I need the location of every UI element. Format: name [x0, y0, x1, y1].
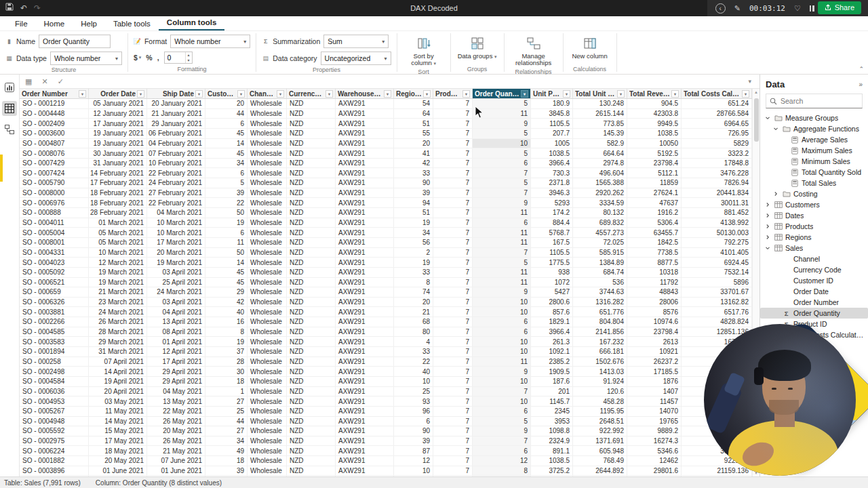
- cell[interactable]: 1384.89: [573, 258, 627, 267]
- cell[interactable]: 4138.992: [682, 218, 752, 228]
- cell[interactable]: Wholesale: [248, 307, 287, 317]
- cell[interactable]: SO - 0002498: [20, 367, 89, 376]
- cell[interactable]: 7: [433, 377, 473, 386]
- table-row[interactable]: SO - 000494814 May 202126 May 202144Whol…: [20, 417, 752, 427]
- cell[interactable]: SO - 0004807: [20, 139, 89, 148]
- collapse-pane-icon[interactable]: »: [859, 81, 863, 88]
- cell[interactable]: 7: [433, 168, 473, 178]
- cell[interactable]: SO - 0003583: [20, 337, 89, 346]
- cell[interactable]: 19765: [627, 417, 682, 426]
- cell[interactable]: AXW291: [336, 357, 394, 367]
- cell[interactable]: AXW291: [336, 396, 394, 406]
- cell[interactable]: 5306.4: [627, 218, 682, 228]
- cell[interactable]: Wholesale: [248, 446, 287, 455]
- cell[interactable]: 14 April 2021: [89, 367, 147, 376]
- cell[interactable]: 45: [205, 278, 248, 287]
- report-view-button[interactable]: [2, 80, 17, 95]
- cell[interactable]: 13162.82: [682, 298, 752, 307]
- cell[interactable]: 5427: [531, 287, 573, 297]
- cell[interactable]: 730.3: [531, 168, 573, 178]
- cell[interactable]: SO - 0004448: [20, 109, 89, 119]
- field-search[interactable]: [766, 94, 863, 108]
- cell[interactable]: Wholesale: [248, 347, 287, 357]
- cell[interactable]: SO - 0008076: [20, 148, 89, 158]
- column-header-currency-code[interactable]: Currency Code▾: [287, 89, 336, 98]
- tab-table-tools[interactable]: Table tools: [105, 18, 159, 30]
- cell[interactable]: 2974.8: [573, 159, 627, 168]
- cell[interactable]: 7: [433, 178, 473, 188]
- cell[interactable]: 7: [433, 218, 473, 228]
- cell[interactable]: 50: [205, 208, 248, 218]
- cell[interactable]: 7: [433, 287, 473, 297]
- table-row[interactable]: SO - 000800105 March 202117 March 202111…: [20, 238, 752, 248]
- cell[interactable]: 7: [433, 129, 473, 138]
- cell[interactable]: 6: [473, 218, 531, 228]
- cell[interactable]: 2141.856: [573, 327, 627, 337]
- cell[interactable]: 90: [394, 426, 433, 436]
- cell[interactable]: 6: [205, 168, 248, 178]
- sort-by-column-button[interactable]: Sort by column ▾: [403, 35, 445, 67]
- cell[interactable]: 12 March 2021: [89, 258, 147, 267]
- cell[interactable]: 1105.5: [531, 119, 573, 128]
- cell[interactable]: 14070: [627, 407, 682, 416]
- cell[interactable]: Wholesale: [248, 218, 287, 228]
- collapse-ribbon-icon[interactable]: ⌃: [859, 66, 864, 73]
- cell[interactable]: 7: [433, 417, 473, 426]
- cell[interactable]: 22: [394, 357, 433, 367]
- column-header-total-revenue[interactable]: Total Revenue▾: [627, 89, 682, 98]
- cell[interactable]: 651.24: [682, 99, 752, 108]
- cell[interactable]: 41: [394, 148, 433, 158]
- cell[interactable]: Wholesale: [248, 198, 287, 207]
- table-row[interactable]: SO - 000622418 May 202121 May 202149Whol…: [20, 446, 752, 456]
- cell[interactable]: Wholesale: [248, 337, 287, 346]
- cell[interactable]: 13 April 2021: [147, 317, 205, 327]
- cell[interactable]: 3946.3: [531, 188, 573, 198]
- cell[interactable]: 10: [473, 347, 531, 357]
- cell[interactable]: 6517.76: [682, 307, 752, 317]
- cell[interactable]: NZD: [287, 377, 336, 386]
- chevron-down-icon[interactable]: [764, 245, 771, 251]
- cell[interactable]: 6: [473, 317, 531, 327]
- cell[interactable]: 1038.5: [531, 148, 573, 158]
- cell[interactable]: 17 May 2021: [89, 436, 147, 446]
- cell[interactable]: Wholesale: [248, 377, 287, 386]
- filter-icon[interactable]: ▾: [423, 90, 431, 98]
- column-header-warehouse-code[interactable]: Warehouse Code▾: [336, 89, 394, 98]
- cell[interactable]: 17 March 2021: [147, 238, 205, 247]
- field-item-order-quantity[interactable]: ΣOrder Quantity: [760, 308, 868, 319]
- cell[interactable]: 7826.94: [682, 178, 752, 188]
- cell[interactable]: 10: [473, 139, 531, 148]
- cell[interactable]: 120.6: [573, 387, 627, 396]
- cell[interactable]: 9889.2: [627, 426, 682, 436]
- cell[interactable]: Wholesale: [248, 407, 287, 416]
- cell[interactable]: AXW291: [336, 436, 394, 446]
- cell[interactable]: 10 March 2021: [147, 218, 205, 228]
- cell[interactable]: 10: [473, 337, 531, 346]
- cell[interactable]: AXW291: [336, 198, 394, 207]
- cell[interactable]: 27: [205, 426, 248, 436]
- cell[interactable]: 7: [433, 317, 473, 327]
- cell[interactable]: SO - 0005592: [20, 426, 89, 436]
- cell[interactable]: 7: [433, 139, 473, 148]
- cell[interactable]: 30 January 2021: [89, 148, 147, 158]
- cell[interactable]: 10: [473, 377, 531, 386]
- table-item-customers[interactable]: Customers: [760, 199, 868, 210]
- cell[interactable]: SO - 0003881: [20, 307, 89, 317]
- tab-help[interactable]: Help: [73, 18, 105, 30]
- tab-file[interactable]: File: [7, 18, 36, 30]
- cell[interactable]: 25 April 2021: [147, 278, 205, 287]
- cell[interactable]: Wholesale: [248, 367, 287, 376]
- cell[interactable]: 726.95: [682, 129, 752, 138]
- cell[interactable]: NZD: [287, 298, 336, 307]
- cell[interactable]: SO - 0004948: [20, 417, 89, 426]
- cell[interactable]: 01 June 2021: [147, 466, 205, 476]
- cell[interactable]: 54: [394, 99, 433, 108]
- cell[interactable]: NZD: [287, 347, 336, 357]
- cell[interactable]: 49: [205, 446, 248, 455]
- cell[interactable]: 7: [433, 327, 473, 337]
- cell[interactable]: AXW291: [336, 407, 394, 416]
- cell[interactable]: 31 January 2021: [89, 159, 147, 168]
- cell[interactable]: NZD: [287, 258, 336, 267]
- cell[interactable]: 5: [473, 148, 531, 158]
- cell[interactable]: 17185.5: [627, 367, 682, 376]
